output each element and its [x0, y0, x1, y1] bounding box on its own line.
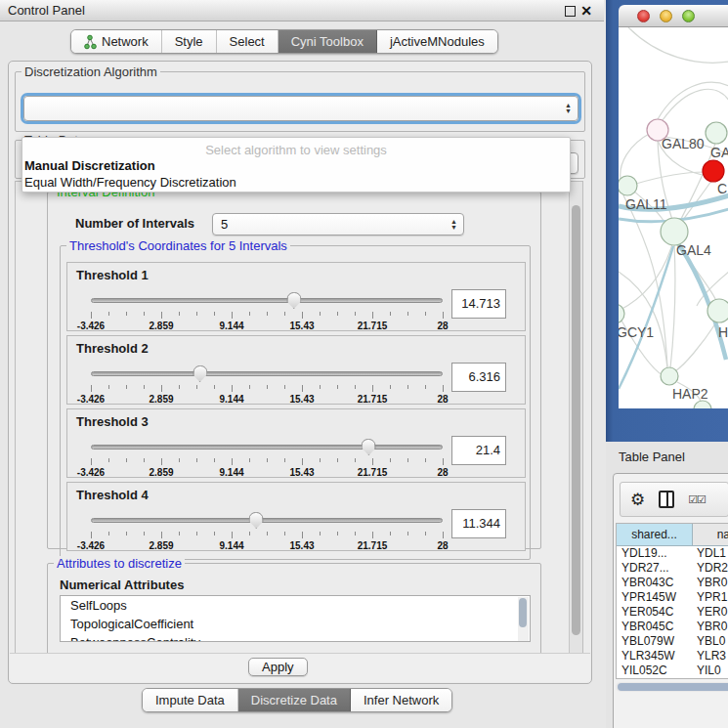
list-item[interactable]: BetweennessCentrality — [61, 633, 530, 642]
node-table: shared... na YDL19...YDL1YDR27...YDR2YBR… — [616, 523, 728, 679]
tab-network[interactable]: Network — [71, 30, 162, 53]
table-horizontal-scrollbar[interactable] — [616, 682, 728, 692]
threshold-panel: Threshold 3 -3.4262.8599.14415.4321.7152… — [66, 408, 526, 478]
network-view-window: GAL80GACGAL11GAL4GCY1HHAP2 — [606, 0, 728, 442]
threshold-panel: Threshold 2 -3.4262.8599.14415.4321.7152… — [66, 335, 526, 405]
node-label: C — [717, 181, 727, 196]
table-row[interactable]: YBL079WYBL0 — [617, 634, 728, 649]
column-header-shared[interactable]: shared... — [617, 524, 693, 545]
numerical-attributes-list[interactable]: SelfLoopsTopologicalCoefficientBetweenne… — [60, 595, 531, 642]
table-row[interactable]: YDL19...YDL1 — [617, 546, 728, 561]
slider-thumb[interactable] — [193, 365, 207, 382]
threshold-value-field[interactable]: 6.316 — [451, 363, 506, 392]
control-panel-titlebar[interactable]: Control Panel ✕ — [0, 0, 604, 21]
settings-vertical-scrollbar[interactable] — [569, 182, 582, 653]
slider-track[interactable] — [91, 371, 443, 376]
tab-discretize-data[interactable]: Discretize Data — [238, 689, 351, 711]
threshold-panel: Threshold 4 -3.4262.8599.14415.4321.7152… — [66, 482, 526, 551]
network-edge — [619, 246, 673, 389]
control-panel-window: Control Panel ✕ NetworkStyleSelectCyni T… — [0, 0, 604, 728]
network-node-green[interactable] — [707, 299, 728, 322]
list-item[interactable]: SelfLoops — [61, 596, 530, 615]
slider-tick-labels: -3.4262.8599.14415.4321.71528 — [91, 394, 443, 404]
tab-label: Cyni Toolbox — [291, 34, 364, 49]
list-item[interactable]: TopologicalCoefficient — [61, 615, 530, 633]
popup-item-equal-width-frequency[interactable]: Equal Width/Frequency Discretization — [22, 174, 570, 191]
threshold-slider[interactable]: -3.4262.8599.14415.4321.71528 — [91, 369, 443, 403]
threshold-label: Threshold 3 — [76, 414, 149, 429]
settings-scroll-area: Interval Definition Number of Intervals … — [15, 181, 583, 654]
network-node-green[interactable] — [661, 367, 678, 385]
node-label: GCY1 — [619, 324, 654, 340]
table-row[interactable]: YER054CYER0 — [617, 605, 728, 620]
number-of-intervals-combo[interactable]: 5 ▲▼ — [212, 213, 464, 236]
tab-style[interactable]: Style — [162, 30, 217, 53]
threshold-value-field[interactable]: 14.713 — [451, 289, 506, 319]
columns-icon[interactable] — [659, 491, 674, 508]
threshold-value-field[interactable]: 21.4 — [451, 436, 506, 465]
checked-checkbox-icons[interactable]: ☑☑ — [688, 493, 706, 506]
table-row[interactable]: YDR27...YDR2 — [617, 561, 728, 576]
threshold-slider[interactable]: -3.4262.8599.14415.4321.71528 — [91, 516, 443, 549]
threshold-label: Threshold 4 — [76, 488, 149, 502]
network-canvas[interactable]: GAL80GACGAL11GAL4GCY1HHAP2 — [619, 27, 728, 408]
gear-icon[interactable]: ⚙ — [630, 492, 645, 508]
node-label: GA — [710, 145, 728, 160]
close-traffic-light[interactable] — [637, 10, 650, 22]
network-node-green[interactable] — [706, 122, 727, 144]
slider-thumb[interactable] — [249, 512, 264, 529]
column-header-name[interactable]: na — [693, 524, 728, 545]
network-node-green[interactable] — [619, 176, 637, 195]
slider-tick-labels: -3.4262.8599.14415.4321.71528 — [91, 321, 443, 330]
slider-track[interactable] — [91, 518, 443, 523]
node-label: GAL80 — [662, 136, 705, 151]
slider-thumb[interactable] — [362, 439, 376, 455]
list-scrollbar[interactable] — [518, 597, 529, 642]
network-node-green[interactable] — [619, 304, 624, 323]
slider-track[interactable] — [91, 298, 443, 303]
network-node-red[interactable] — [703, 160, 724, 182]
algorithm-popup: Select algorithm to view settings Manual… — [21, 137, 571, 193]
algorithm-popup-hint: Select algorithm to view settings — [22, 138, 570, 157]
tab-label: jActiveMNodules — [390, 34, 485, 49]
threshold-label: Threshold 1 — [76, 268, 149, 282]
threshold-panel: Threshold 1 -3.4262.8599.14415.4321.7152… — [66, 262, 526, 331]
network-titlebar[interactable] — [619, 5, 728, 27]
slider-ticks — [91, 385, 443, 392]
threshold-slider[interactable]: -3.4262.8599.14415.4321.71528 — [91, 296, 443, 329]
combo-stepper-icon: ▲▼ — [450, 219, 457, 231]
tab-impute-data[interactable]: Impute Data — [143, 689, 238, 711]
float-window-icon[interactable] — [565, 6, 576, 17]
tab-cyni-toolbox[interactable]: Cyni Toolbox — [278, 30, 377, 53]
network-edge — [621, 133, 651, 179]
discretization-algorithm-title: Discretization Algorithm — [21, 64, 160, 79]
table-row[interactable]: YPR145WYPR1 — [617, 590, 728, 605]
network-edge — [663, 89, 728, 120]
slider-track[interactable] — [91, 445, 443, 450]
table-rows: YDL19...YDL1YDR27...YDR2YBR043CYBR0YPR14… — [617, 546, 728, 678]
tab-infer-network[interactable]: Infer Network — [351, 689, 451, 711]
slider-thumb[interactable] — [286, 292, 301, 309]
algorithm-combo[interactable]: ▲▼ — [23, 96, 578, 121]
tab-jactivemnodules[interactable]: jActiveMNodules — [377, 30, 497, 53]
interval-definition-group: Interval Definition Number of Intervals … — [47, 192, 541, 549]
network-node-green[interactable] — [694, 401, 711, 408]
zoom-traffic-light[interactable] — [682, 10, 695, 22]
apply-button[interactable]: Apply — [248, 658, 308, 676]
number-of-intervals-value: 5 — [221, 217, 228, 232]
minimize-traffic-light[interactable] — [660, 10, 672, 22]
popup-item-manual-discretization[interactable]: Manual Discretization — [22, 157, 570, 174]
tab-select[interactable]: Select — [217, 30, 278, 53]
table-row[interactable]: YIL052CYIL0 — [617, 664, 728, 678]
table-row[interactable]: YLR345WYLR3 — [617, 649, 728, 664]
table-row[interactable]: YBR045CYBR0 — [617, 620, 728, 634]
table-row[interactable]: YBR043CYBR0 — [617, 576, 728, 590]
network-node-green[interactable] — [661, 218, 688, 245]
threshold-value-field[interactable]: 11.344 — [451, 509, 506, 538]
attributes-group: Attributes to discretize Numerical Attri… — [47, 563, 541, 654]
table-panel-titlebar[interactable]: Table Panel — [606, 445, 728, 470]
cyni-toolbox-content: Discretization Algorithm ▲▼ Table Data g… — [8, 61, 592, 684]
close-icon[interactable]: ✕ — [580, 2, 592, 20]
network-graph: GAL80GACGAL11GAL4GCY1HHAP2 — [619, 27, 728, 408]
threshold-slider[interactable]: -3.4262.8599.14415.4321.71528 — [91, 443, 443, 476]
